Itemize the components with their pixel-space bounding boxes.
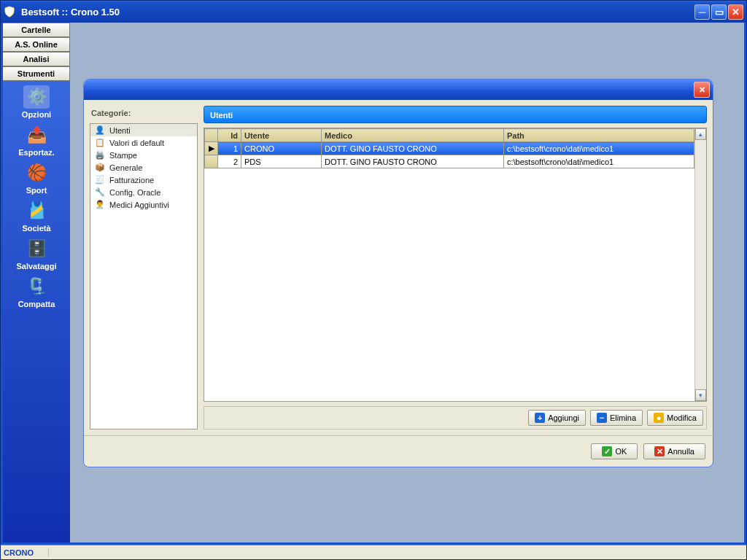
- plus-icon: +: [535, 413, 545, 423]
- grid-header-utente[interactable]: Utente: [241, 129, 322, 142]
- sidebar-tab-analisi[interactable]: Analisi: [3, 52, 70, 66]
- salvataggi-icon: 🗄️: [23, 237, 50, 260]
- titlebar[interactable]: Bestsoft :: Crono 1.50 ─ ▭ ✕: [1, 1, 746, 23]
- sidebar-tool-label: Sport: [7, 186, 66, 195]
- grid-scrollbar[interactable]: ▴ ▾: [694, 128, 706, 401]
- row-marker: ▶: [205, 142, 218, 155]
- category-item-fatturazione[interactable]: 🧾Fatturazione: [90, 174, 197, 186]
- sidebar-tool-opzioni[interactable]: ⚙️Opzioni: [7, 85, 66, 119]
- delete-button-label: Elimina: [610, 413, 636, 422]
- cell-utente: PDS: [241, 155, 322, 168]
- sidebar-tool-label: Salvataggi: [7, 262, 66, 271]
- cell-path: c:\bestsoft\crono\dati\medico1: [504, 155, 694, 168]
- cell-path: c:\bestsoft\crono\dati\medico1: [504, 142, 694, 155]
- category-label: Stampe: [109, 151, 137, 160]
- cell-medico: DOTT. GINO FAUSTO CRONO: [322, 142, 504, 155]
- sidebar-tool-salvataggi[interactable]: 🗄️Salvataggi: [7, 237, 66, 271]
- add-button[interactable]: + Aggiungi: [528, 410, 586, 426]
- category-label: Valori di default: [109, 139, 164, 147]
- sidebar: CartelleA.S. OnlineAnalisiStrumenti ⚙️Op…: [3, 23, 70, 542]
- table-row[interactable]: 2PDSDOTT. GINO FAUSTO CRONOc:\bestsoft\c…: [205, 155, 694, 168]
- categories-heading: Categorie:: [90, 106, 198, 123]
- sidebar-tool-label: Società: [7, 224, 66, 233]
- sidebar-tool-label: Compatta: [7, 300, 66, 308]
- window-caption-buttons: ─ ▭ ✕: [694, 4, 743, 20]
- sidebar-tool-label: Esportaz.: [7, 148, 66, 157]
- panel-title: Utenti: [204, 106, 707, 123]
- statusbar: CRONO: [1, 545, 746, 559]
- category-item-config-oracle[interactable]: 🔧Config. Oracle: [90, 186, 197, 198]
- cell-id: 2: [218, 155, 241, 168]
- category-item-utenti[interactable]: 👤Utenti: [90, 124, 197, 136]
- edit-button-label: Modifica: [667, 413, 697, 422]
- category-item-generale[interactable]: 📦Generale: [90, 161, 197, 174]
- scroll-up-button[interactable]: ▴: [695, 128, 706, 140]
- sidebar-tool-compatta[interactable]: 🗜️Compatta: [7, 275, 66, 308]
- status-user: CRONO: [4, 548, 49, 557]
- ok-button[interactable]: ✓ OK: [591, 443, 638, 459]
- close-button[interactable]: ✕: [728, 4, 743, 20]
- grid-header-path[interactable]: Path: [504, 129, 694, 142]
- category-icon: 📋: [95, 138, 105, 147]
- category-label: Fatturazione: [109, 176, 154, 184]
- category-item-stampe[interactable]: 🖨️Stampe: [90, 149, 197, 161]
- cancel-button-label: Annulla: [667, 447, 694, 456]
- category-icon: 🔧: [95, 187, 105, 197]
- app-icon: [4, 6, 15, 18]
- maximize-button[interactable]: ▭: [711, 4, 727, 20]
- dialog-footer: ✓ OK ✕ Annulla: [84, 435, 713, 467]
- category-label: Generale: [109, 163, 142, 172]
- app-window: Bestsoft :: Crono 1.50 ─ ▭ ✕ CartelleA.S…: [0, 0, 747, 560]
- cell-utente: CRONO: [241, 142, 322, 155]
- sidebar-tool-societ-[interactable]: 🎽Società: [7, 199, 66, 233]
- pencil-icon: ●: [654, 413, 664, 423]
- sidebar-tab-cartelle[interactable]: Cartelle: [3, 23, 70, 37]
- categories-list[interactable]: 👤Utenti📋Valori di default🖨️Stampe📦Genera…: [90, 123, 198, 429]
- minus-icon: −: [597, 413, 607, 423]
- category-icon: 🖨️: [95, 150, 105, 160]
- category-icon: 🧾: [95, 175, 105, 184]
- sidebar-tool-sport[interactable]: 🏀Sport: [7, 161, 66, 195]
- categories-panel: Categorie: 👤Utenti📋Valori di default🖨️St…: [90, 106, 198, 429]
- client-area: CartelleA.S. OnlineAnalisiStrumenti ⚙️Op…: [1, 23, 746, 545]
- compatta-icon: 🗜️: [23, 275, 50, 298]
- cell-medico: DOTT. GINO FAUSTO CRONO: [322, 155, 504, 168]
- options-dialog: ✕ Categorie: 👤Utenti📋Valori di default🖨️…: [83, 79, 713, 467]
- sport-icon: 🏀: [23, 161, 50, 184]
- add-button-label: Aggiungi: [548, 413, 579, 422]
- scroll-down-button[interactable]: ▾: [695, 389, 706, 401]
- category-label: Utenti: [109, 126, 131, 135]
- ok-button-label: OK: [615, 447, 627, 456]
- edit-button[interactable]: ● Modifica: [647, 410, 703, 426]
- grid-actions: + Aggiungi − Elimina ● Modifica: [204, 406, 707, 429]
- check-icon: ✓: [602, 446, 612, 456]
- row-marker: [205, 155, 218, 168]
- sidebar-tab-strumenti[interactable]: Strumenti: [3, 66, 70, 81]
- sidebar-tool-esportaz-[interactable]: 📤Esportaz.: [7, 123, 66, 157]
- cancel-button[interactable]: ✕ Annulla: [643, 443, 705, 459]
- category-label: Config. Oracle: [109, 188, 160, 197]
- grid-header-medico[interactable]: Medico: [322, 129, 504, 142]
- category-item-valori-di-default[interactable]: 📋Valori di default: [90, 136, 197, 149]
- cross-icon: ✕: [654, 446, 665, 456]
- dialog-close-button[interactable]: ✕: [694, 82, 710, 98]
- category-label: Medici Aggiuntivi: [109, 201, 169, 209]
- sidebar-tool-label: Opzioni: [7, 110, 66, 119]
- category-item-medici-aggiuntivi[interactable]: 👨‍⚕️Medici Aggiuntivi: [90, 198, 197, 211]
- societ--icon: 🎽: [23, 199, 50, 222]
- table-row[interactable]: ▶1CRONODOTT. GINO FAUSTO CRONOc:\bestsof…: [205, 142, 694, 155]
- category-icon: 📦: [95, 163, 105, 172]
- sidebar-tab-a-s-online[interactable]: A.S. Online: [3, 37, 70, 52]
- opzioni-icon: ⚙️: [23, 85, 50, 109]
- grid-header-id[interactable]: Id: [218, 129, 241, 142]
- cell-id: 1: [218, 142, 241, 155]
- category-icon: 👨‍⚕️: [95, 200, 105, 209]
- delete-button[interactable]: − Elimina: [590, 410, 643, 426]
- window-title: Bestsoft :: Crono 1.50: [20, 7, 690, 18]
- dialog-titlebar[interactable]: ✕: [84, 79, 713, 100]
- grid-marker-header[interactable]: [205, 129, 218, 142]
- esportaz--icon: 📤: [23, 123, 50, 147]
- category-icon: 👤: [95, 125, 105, 135]
- minimize-button[interactable]: ─: [694, 4, 710, 20]
- users-grid: Id Utente Medico Path ▶1CRONODOTT. GINO …: [204, 128, 707, 402]
